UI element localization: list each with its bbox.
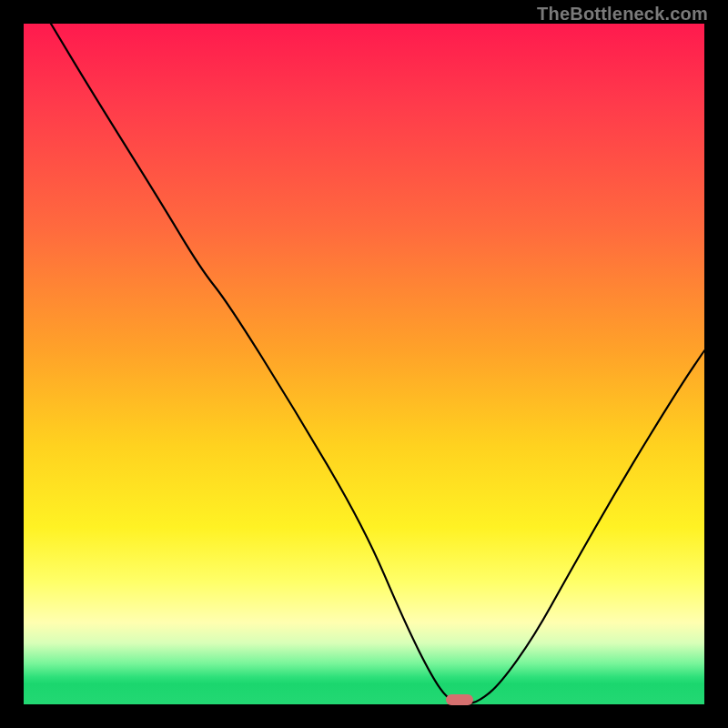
outer-frame: TheBottleneck.com <box>0 0 728 728</box>
bottleneck-marker <box>446 694 473 705</box>
plot-area <box>24 24 704 704</box>
watermark-text: TheBottleneck.com <box>537 4 708 25</box>
bottleneck-curve <box>24 24 704 704</box>
